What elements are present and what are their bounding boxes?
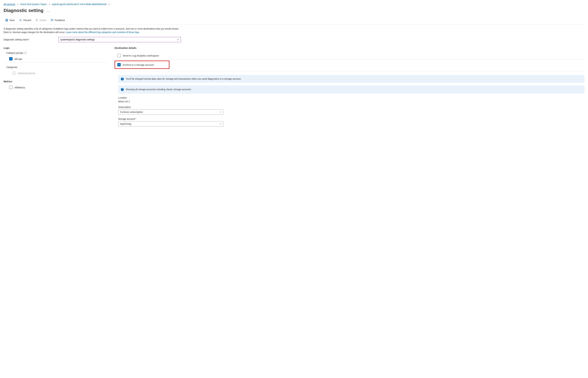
- info-text-classic: Showing all storage accounts including c…: [126, 88, 191, 91]
- svg-rect-5: [36, 20, 38, 21]
- chevron-right-icon: >: [47, 3, 51, 6]
- breadcrumb-topic[interactable]: topic01stg-811a624a-8a77-437e-89de-dfeb5…: [52, 3, 106, 6]
- breadcrumb: All services > Event Grid System Topics …: [4, 3, 584, 6]
- destination-heading: Destination details: [115, 46, 584, 49]
- info-banner-charges: i You'll be charged normal data rates fo…: [118, 75, 584, 83]
- info-icon: i: [121, 88, 124, 91]
- category-groups-label: Category groups i: [6, 52, 109, 54]
- log-analytics-label: Send to Log Analytics workspace: [123, 54, 159, 57]
- all-logs-checkbox[interactable]: [9, 57, 13, 60]
- svg-point-8: [51, 19, 52, 20]
- save-button[interactable]: Save: [4, 18, 16, 22]
- subscription-label: Subscription: [118, 106, 584, 108]
- info-icon: i: [121, 78, 124, 81]
- info-icon[interactable]: i: [24, 52, 26, 54]
- description-text: A diagnostic setting specifies a list of…: [4, 27, 184, 34]
- discard-button[interactable]: Discard: [17, 18, 33, 22]
- storage-account-label: Storage account*: [118, 118, 584, 120]
- location-value: West US 2: [118, 100, 584, 103]
- all-logs-label: allLogs: [14, 57, 22, 60]
- subscription-select[interactable]: Contoso subscription: [118, 109, 223, 115]
- delete-button: Delete: [34, 18, 48, 22]
- more-actions-button[interactable]: ...: [46, 9, 50, 13]
- breadcrumb-event-grid[interactable]: Event Grid System Topics: [21, 3, 47, 6]
- checkmark-icon: [177, 38, 179, 41]
- feedback-icon: [51, 19, 53, 22]
- learn-more-link[interactable]: Learn more about the different log categ…: [66, 31, 139, 34]
- storage-account-value: topic01stg: [120, 122, 131, 125]
- info-text-charges: You'll be charged normal data rates for …: [126, 77, 241, 81]
- metrics-heading: Metrics: [4, 80, 109, 83]
- save-label: Save: [10, 19, 15, 22]
- storage-checkbox[interactable]: [117, 63, 121, 66]
- setting-name-label: Diagnostic setting name*: [4, 38, 54, 41]
- log-analytics-checkbox[interactable]: [117, 54, 121, 57]
- discard-label: Discard: [23, 19, 31, 22]
- storage-label: Archive to a storage account: [123, 63, 154, 66]
- toolbar: Save Discard Delete Feedback: [4, 17, 584, 25]
- trash-icon: [35, 19, 38, 22]
- categories-label: Categories: [6, 66, 109, 68]
- location-label: Location: [118, 96, 584, 99]
- delivery-failures-checkbox: [13, 71, 16, 75]
- feedback-label: Feedback: [55, 19, 65, 22]
- chevron-down-icon: [219, 123, 221, 125]
- svg-rect-2: [6, 20, 7, 21]
- delete-label: Delete: [39, 19, 46, 22]
- all-metrics-checkbox[interactable]: [9, 86, 13, 89]
- breadcrumb-all-services[interactable]: All services: [4, 3, 15, 6]
- all-metrics-label: AllMetrics: [14, 86, 25, 89]
- setting-name-input[interactable]: [58, 37, 181, 42]
- storage-highlight: Archive to a storage account: [115, 61, 169, 69]
- save-icon: [5, 19, 8, 22]
- subscription-value: Contoso subscription: [120, 110, 143, 113]
- svg-rect-1: [6, 19, 7, 20]
- close-icon: [19, 19, 22, 22]
- chevron-down-icon: [219, 111, 221, 113]
- logs-heading: Logs: [4, 46, 109, 49]
- page-title: Diagnostic setting: [4, 8, 43, 13]
- storage-account-select[interactable]: topic01stg: [118, 121, 223, 126]
- info-banner-classic: i Showing all storage accounts including…: [118, 85, 584, 93]
- chevron-right-icon: >: [107, 3, 111, 6]
- feedback-button[interactable]: Feedback: [49, 18, 66, 22]
- chevron-right-icon: >: [16, 3, 20, 6]
- delivery-failures-label: DeliveryFailures: [18, 72, 36, 75]
